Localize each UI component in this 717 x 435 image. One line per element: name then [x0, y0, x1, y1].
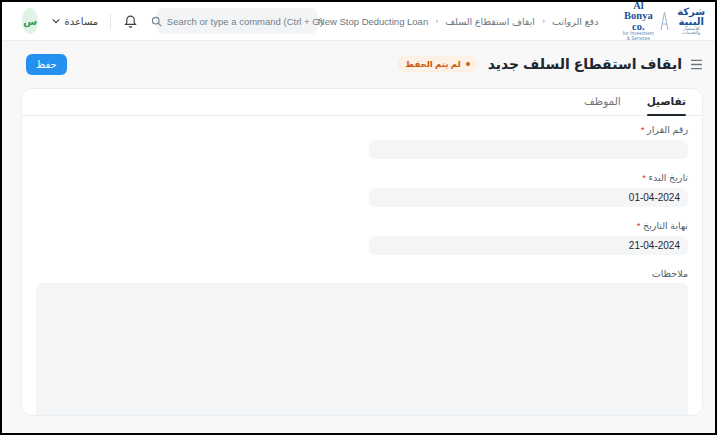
- page-head: ايقاف استقطاع السلف جديد لم يتم الحفظ حف…: [2, 44, 715, 84]
- start-date-label: تاريخ البدء *: [369, 172, 688, 183]
- required-marker: *: [642, 172, 646, 183]
- notes-label: ملاحظات: [36, 268, 688, 279]
- help-label: مساعدة: [64, 16, 98, 27]
- sidebar-toggle-button[interactable]: [690, 59, 703, 70]
- search-icon: [151, 16, 162, 27]
- field-label-text: تاريخ البدء: [649, 172, 688, 183]
- status-dot-icon: [466, 62, 470, 66]
- chevron-down-icon: [52, 18, 60, 24]
- avatar-initial: س: [23, 16, 37, 27]
- logo-english: Al Bonya co. for Investment & Services: [622, 1, 654, 42]
- start-date-input[interactable]: [369, 188, 688, 207]
- save-button[interactable]: حفظ: [26, 54, 67, 75]
- tab-employee[interactable]: الموظف: [584, 95, 621, 115]
- logo-tagline-ar: للاستثمار والخدمات: [675, 27, 707, 36]
- field-label-text: نهاية التاريخ: [643, 220, 688, 231]
- logo-arabic: شركة البنية للاستثمار والخدمات: [675, 7, 707, 36]
- field-label-text: ملاحظات: [652, 268, 688, 279]
- decision-number-label: رقم القرار *: [369, 124, 688, 135]
- breadcrumb-separator: ‹: [542, 16, 545, 26]
- breadcrumb-stop-deducting-loan-list[interactable]: ايقاف استقطاع السلف: [445, 16, 535, 27]
- notes-textarea[interactable]: [36, 283, 688, 415]
- tower-logo-icon: [659, 11, 670, 31]
- navbar-divider: [110, 14, 111, 29]
- logo-tagline-en: for Investment & Services: [622, 32, 654, 41]
- form-card: تفاصيل الموظف رقم القرار * تاريخ البدء *: [21, 88, 703, 416]
- logo-name-ar: شركة البنية: [675, 7, 707, 27]
- search-placeholder: Search or type a command (Ctrl + G): [167, 16, 323, 27]
- field-notes: ملاحظات: [36, 268, 688, 415]
- page-title: ايقاف استقطاع السلف جديد: [488, 56, 682, 72]
- field-decision-number: رقم القرار *: [369, 124, 688, 159]
- breadcrumb-separator: ‹: [435, 16, 438, 26]
- breadcrumb-payroll[interactable]: دفع الرواتب: [552, 16, 598, 27]
- field-end-date: نهاية التاريخ *: [369, 220, 688, 255]
- required-marker: *: [637, 220, 641, 231]
- menu-icon: [690, 59, 703, 70]
- top-navbar: شركة البنية للاستثمار والخدمات Al Bonya …: [2, 2, 715, 41]
- notifications-bell-button[interactable]: [123, 14, 138, 29]
- breadcrumb-current-doc[interactable]: New Stop Deducting Loan: [318, 16, 428, 27]
- help-dropdown[interactable]: مساعدة: [52, 16, 98, 27]
- field-start-date: تاريخ البدء *: [369, 172, 688, 207]
- status-badge-label: لم يتم الحفظ: [405, 59, 460, 69]
- field-label-text: رقم القرار: [647, 124, 688, 135]
- user-avatar[interactable]: س: [22, 8, 38, 34]
- end-date-input[interactable]: [369, 236, 688, 255]
- bell-icon: [123, 14, 138, 29]
- app-window: شركة البنية للاستثمار والخدمات Al Bonya …: [0, 0, 717, 435]
- global-search-input[interactable]: Search or type a command (Ctrl + G): [156, 8, 318, 34]
- tab-details[interactable]: تفاصيل: [647, 95, 686, 115]
- required-marker: *: [641, 124, 645, 135]
- breadcrumb: دفع الرواتب ‹ ايقاف استقطاع السلف ‹ New …: [318, 16, 599, 27]
- form-body: رقم القرار * تاريخ البدء * نهاية التاريخ…: [22, 116, 702, 415]
- form-tabs: تفاصيل الموظف: [22, 89, 702, 116]
- end-date-label: نهاية التاريخ *: [369, 220, 688, 231]
- status-badge: لم يتم الحفظ: [397, 56, 477, 72]
- company-logo[interactable]: شركة البنية للاستثمار والخدمات Al Bonya …: [618, 1, 707, 42]
- logo-name-en: Al Bonya co.: [622, 1, 654, 33]
- decision-number-input[interactable]: [369, 140, 688, 159]
